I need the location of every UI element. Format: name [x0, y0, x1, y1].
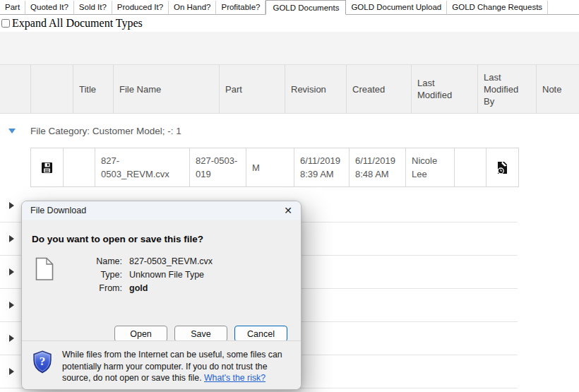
dialog-heading: Do you want to open or save this file?: [22, 220, 301, 244]
header-save-col: [30, 65, 73, 113]
cell-file-name: 827-0503_REVM.cvx: [95, 148, 189, 186]
header-created: Created: [346, 65, 411, 113]
dialog-footer: ? While files from the Internet can be u…: [22, 340, 301, 390]
dialog-titlebar[interactable]: File Download ✕: [22, 201, 301, 220]
cell-last-modified: 6/11/2019 8:48 AM: [349, 148, 405, 186]
file-info: Name: 827-0503_REVM.cvx Type: Unknown Fi…: [35, 256, 301, 293]
cell-title: [63, 148, 95, 186]
header-file-name: File Name: [113, 65, 219, 113]
file-icon: [35, 257, 54, 281]
close-icon[interactable]: ✕: [284, 204, 292, 217]
open-button[interactable]: Open: [114, 326, 167, 342]
triangle-right-icon[interactable]: [9, 335, 14, 342]
whats-the-risk-link[interactable]: What's the risk?: [204, 373, 265, 383]
cell-empty: [454, 148, 486, 186]
tab-on-hand[interactable]: On Hand?: [169, 1, 216, 15]
dialog-title: File Download: [30, 206, 86, 215]
app-window: Part Quoted It? Sold It? Produced It? On…: [0, 0, 579, 392]
tab-produced-it[interactable]: Produced It?: [112, 1, 169, 15]
cell-created: 6/11/2019 8:39 AM: [294, 148, 349, 186]
header-part: Part: [219, 65, 285, 113]
floppy-disk-icon[interactable]: [41, 162, 53, 174]
document-history-icon[interactable]: [496, 160, 508, 175]
tab-gold-document-upload[interactable]: GOLD Document Upload: [346, 1, 447, 15]
name-label: Name:: [54, 256, 122, 266]
tab-sold-it[interactable]: Sold It?: [74, 1, 112, 15]
type-label: Type:: [54, 270, 122, 280]
expand-all-label: Expand All Document Types: [12, 17, 143, 30]
file-download-dialog: File Download ✕ Do you want to open or s…: [21, 201, 302, 390]
cell-last-modified-by: Nicole Lee: [405, 148, 454, 186]
toolbar-area: [0, 32, 579, 64]
tab-strip-filler: [548, 1, 579, 15]
triangle-right-icon[interactable]: [9, 368, 14, 375]
cell-part: 827-0503-019: [189, 148, 246, 186]
category-row-customer-model[interactable]: File Category: Customer Model; -: 1: [0, 114, 579, 148]
note-cell[interactable]: [486, 148, 518, 186]
triangle-right-icon[interactable]: [9, 202, 14, 209]
header-last-modified-by: Last Modified By: [477, 65, 536, 113]
cell-revision: M: [246, 148, 294, 186]
category-label: File Category: Customer Model; -: 1: [30, 126, 181, 136]
header-note: Note: [536, 65, 579, 113]
file-fields: Name: 827-0503_REVM.cvx Type: Unknown Fi…: [54, 256, 213, 293]
tab-gold-documents[interactable]: GOLD Documents: [265, 0, 346, 15]
tab-profitable[interactable]: Profitable?: [216, 1, 265, 15]
tab-part[interactable]: Part: [0, 1, 25, 15]
dialog-buttons: Open Save Cancel: [22, 326, 301, 342]
header-revision: Revision: [285, 65, 346, 113]
save-cell[interactable]: [31, 148, 63, 186]
name-value: 827-0503_REVM.cvx: [129, 256, 213, 266]
cancel-button[interactable]: Cancel: [234, 326, 287, 342]
from-label: From:: [54, 283, 122, 293]
from-value: gold: [129, 283, 213, 293]
triangle-right-icon[interactable]: [9, 235, 14, 242]
header-last-modified: Last Modified: [411, 65, 477, 113]
security-shield-question-icon: ?: [32, 350, 52, 374]
header-expand-col: [0, 65, 30, 113]
tab-strip: Part Quoted It? Sold It? Produced It? On…: [0, 0, 579, 15]
tab-quoted-it[interactable]: Quoted It?: [25, 1, 74, 15]
tab-gold-change-requests[interactable]: GOLD Change Requests: [447, 1, 548, 15]
triangle-right-icon[interactable]: [9, 268, 14, 275]
document-row[interactable]: 827-0503_REVM.cvx 827-0503-019 M 6/11/20…: [30, 148, 519, 187]
type-value: Unknown File Type: [129, 270, 213, 280]
triangle-right-icon[interactable]: [9, 302, 14, 309]
svg-text:?: ?: [40, 355, 46, 368]
header-title: Title: [73, 65, 113, 113]
dialog-body: Do you want to open or save this file? N…: [22, 220, 301, 340]
expand-all-checkbox[interactable]: [1, 19, 10, 28]
documents-table-header: Title File Name Part Revision Created La…: [0, 64, 579, 114]
expand-all-row: Expand All Document Types: [0, 15, 579, 32]
warning-text: While files from the Internet can be use…: [62, 349, 291, 390]
triangle-down-icon[interactable]: [8, 129, 16, 133]
save-button[interactable]: Save: [174, 326, 227, 342]
